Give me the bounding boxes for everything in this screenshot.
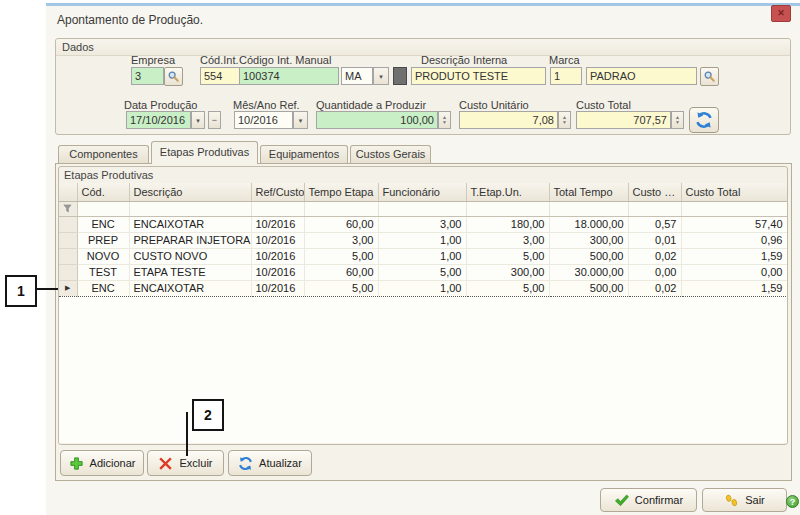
atualizar-button[interactable]: Atualizar	[228, 450, 312, 476]
grid-cell[interactable]: ENCAIXOTAR	[129, 280, 251, 296]
marca-name-field[interactable]: PADRAO	[586, 67, 697, 85]
grid-cell[interactable]: 500,00	[549, 248, 628, 264]
grid-row[interactable]: PREPPREPARAR INJETORA10/20163,001,003,00…	[59, 232, 787, 248]
tab-etapas-produtivas[interactable]: Etapas Produtivas	[151, 141, 258, 164]
grid-cell[interactable]: 5,00	[304, 280, 378, 296]
grid-corner-cell[interactable]	[59, 183, 77, 201]
tab-equipamentos[interactable]: Equipamentos	[260, 145, 348, 163]
grid-cell[interactable]: ENC	[77, 216, 129, 232]
tab-custos-gerais[interactable]: Custos Gerais	[350, 145, 431, 163]
quantidade-spinner[interactable]: ▲ ▼	[438, 111, 451, 129]
grid-cell[interactable]: 0,00	[681, 264, 787, 280]
mes-ano-dropdown[interactable]: ▾	[293, 111, 308, 129]
grid-cell[interactable]: 18.000,00	[549, 216, 628, 232]
grid-cell[interactable]: 3,00	[304, 232, 378, 248]
grid-cell[interactable]: 1,00	[378, 248, 466, 264]
grid-cell[interactable]: 0,57	[628, 216, 681, 232]
grid-col-header[interactable]: Cód.	[77, 183, 129, 201]
grid-cell[interactable]: 3,00	[466, 232, 549, 248]
grid-cell[interactable]: 0,00	[628, 264, 681, 280]
grid-row[interactable]: NOVOCUSTO NOVO10/20165,001,005,00500,000…	[59, 248, 787, 264]
grid-cell[interactable]: 1,59	[681, 280, 787, 296]
grid-cell[interactable]: ENC	[77, 280, 129, 296]
grid-cell[interactable]: 300,00	[549, 232, 628, 248]
grid-col-header[interactable]: Tempo Etapa	[304, 183, 378, 201]
grid-cell[interactable]: 0,02	[628, 248, 681, 264]
custo-total-field[interactable]: 707,57	[576, 111, 671, 129]
grid-cell[interactable]: 10/2016	[251, 280, 304, 296]
quantidade-field[interactable]: 100,00	[316, 111, 438, 129]
grid-cell[interactable]: NOVO	[77, 248, 129, 264]
grid-cell[interactable]: ENCAIXOTAR	[129, 216, 251, 232]
tipo-combo-dropdown[interactable]: ▾	[373, 67, 389, 85]
sair-button[interactable]: Sair	[702, 488, 787, 512]
grid-row[interactable]: ▶ENCENCAIXOTAR10/20165,001,005,00500,000…	[59, 280, 787, 296]
cod-int-field[interactable]: 554	[200, 67, 242, 85]
grid-cell[interactable]: 57,40	[681, 216, 787, 232]
grid-cell[interactable]: 0,96	[681, 232, 787, 248]
empresa-lookup-button[interactable]	[164, 67, 183, 86]
adicionar-button[interactable]: Adicionar	[60, 450, 144, 476]
grid-cell[interactable]: PREPARAR INJETORA	[129, 232, 251, 248]
grid-col-header[interactable]: T.Etap.Un.	[466, 183, 549, 201]
grid-cell[interactable]: 10/2016	[251, 232, 304, 248]
grid-cell[interactable]: CUSTO NOVO	[129, 248, 251, 264]
grid-cell[interactable]: 3,00	[378, 216, 466, 232]
grid-col-header[interactable]: Custo Total	[681, 183, 787, 201]
close-button[interactable]: ✕	[771, 5, 791, 22]
grid-cell[interactable]: 1,00	[378, 232, 466, 248]
grid-cell[interactable]: 300,00	[466, 264, 549, 280]
tab-componentes[interactable]: Componentes	[58, 145, 149, 163]
help-button[interactable]: ?	[786, 495, 799, 508]
dark-square-button[interactable]	[393, 67, 407, 85]
filter-cell[interactable]	[129, 201, 251, 216]
row-indicator[interactable]	[59, 264, 77, 280]
custo-unitario-spinner[interactable]: ▲ ▼	[558, 111, 571, 129]
grid-col-header[interactable]: Total Tempo	[549, 183, 628, 201]
custo-unitario-field[interactable]: 7,08	[459, 111, 558, 129]
grid-cell[interactable]: 5,00	[378, 264, 466, 280]
grid-cell[interactable]: TEST	[77, 264, 129, 280]
grid-col-header[interactable]: Ref/Custo	[251, 183, 304, 201]
tipo-combo-value[interactable]: MA	[341, 67, 373, 85]
data-producao-field[interactable]: 17/10/2016	[126, 111, 191, 129]
filter-cell[interactable]	[628, 201, 681, 216]
row-indicator[interactable]: ▶	[59, 280, 77, 296]
grid-cell[interactable]: 10/2016	[251, 264, 304, 280]
data-producao-clear-button[interactable]: −	[208, 111, 221, 129]
filter-row-indicator[interactable]	[59, 201, 77, 216]
filter-cell[interactable]	[304, 201, 378, 216]
grid-row[interactable]: TESTETAPA TESTE10/201660,005,00300,0030.…	[59, 264, 787, 280]
filter-cell[interactable]	[549, 201, 628, 216]
grid-cell[interactable]: 5,00	[466, 280, 549, 296]
grid-cell[interactable]: 0,02	[628, 280, 681, 296]
grid-col-header[interactable]: Custo …	[628, 183, 681, 201]
grid-row[interactable]: ENCENCAIXOTAR10/201660,003,00180,0018.00…	[59, 216, 787, 232]
grid-cell[interactable]: 1,59	[681, 248, 787, 264]
custo-total-spinner[interactable]: ▲ ▼	[671, 111, 684, 129]
row-indicator[interactable]	[59, 248, 77, 264]
filter-cell[interactable]	[466, 201, 549, 216]
filter-cell[interactable]	[378, 201, 466, 216]
grid-cell[interactable]: 10/2016	[251, 248, 304, 264]
mes-ano-field[interactable]: 10/2016	[234, 111, 293, 129]
grid-col-header[interactable]: Descrição	[129, 183, 251, 201]
grid-cell[interactable]: 1,00	[378, 280, 466, 296]
marca-lookup-button[interactable]	[700, 67, 719, 86]
grid-cell[interactable]: ETAPA TESTE	[129, 264, 251, 280]
filter-cell[interactable]	[681, 201, 787, 216]
grid-cell[interactable]: 60,00	[304, 216, 378, 232]
filter-cell[interactable]	[251, 201, 304, 216]
descricao-field[interactable]: PRODUTO TESTE	[411, 67, 546, 85]
empresa-field[interactable]: 3	[131, 67, 164, 85]
filter-cell[interactable]	[77, 201, 129, 216]
etapas-grid[interactable]: Cód.DescriçãoRef/CustoTempo EtapaFuncion…	[59, 183, 787, 297]
marca-code-field[interactable]: 1	[550, 67, 582, 85]
recalculate-button[interactable]	[689, 107, 719, 133]
codigo-manual-field[interactable]: 100374	[239, 67, 339, 85]
grid-cell[interactable]: 0,01	[628, 232, 681, 248]
confirmar-button[interactable]: Confirmar	[600, 488, 697, 512]
grid-container[interactable]: Cód.DescriçãoRef/CustoTempo EtapaFuncion…	[59, 183, 787, 443]
grid-cell[interactable]: 5,00	[466, 248, 549, 264]
row-indicator[interactable]	[59, 232, 77, 248]
